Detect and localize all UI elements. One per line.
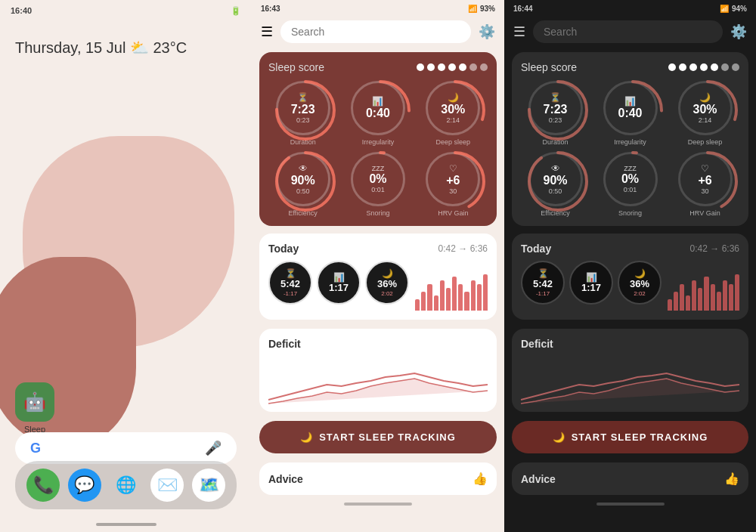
- bar-8: [458, 284, 463, 311]
- dark-deficit-card: Deficit: [512, 329, 748, 412]
- light-advice-card: Advice 👍: [259, 462, 497, 495]
- dark-today-dur-val: 5:42: [533, 279, 553, 289]
- light-metric-deep-sleep: 🌙 30% 2:14 Deep sleep: [419, 81, 488, 146]
- light-today-irreg-circle: 📊 1:17: [317, 261, 361, 305]
- dark-bar-9: [717, 292, 721, 311]
- dark-bar-7: [704, 277, 708, 311]
- light-metrics-grid: ⏳ 7:23 0:23 Duration 📊 0:40 Irregularity: [268, 81, 488, 217]
- light-nav-indicator: [344, 503, 412, 506]
- dark-today-irreg: 📊 1:17: [569, 261, 613, 305]
- bar-9: [464, 292, 469, 311]
- light-score-dots: [417, 63, 488, 71]
- dark-metric-deep-sleep: 🌙 30% 2:14 Deep sleep: [671, 81, 739, 146]
- bar-7: [452, 277, 457, 311]
- light-metric-snoring: ZZZ 0% 0:01 Snoring: [343, 152, 412, 217]
- google-mic[interactable]: 🎤: [205, 440, 222, 456]
- dark-today-deep: 🌙 36% 2:02: [618, 261, 662, 305]
- dark-today-deep-circle: 🌙 36% 2:02: [618, 261, 662, 305]
- dark-sleep-score-title: Sleep score: [521, 61, 577, 73]
- light-search-input[interactable]: [280, 20, 471, 43]
- dark-today-metrics: ⏳ 5:42 -1:17 📊 1:17 🌙 36% 2:02: [521, 261, 662, 305]
- light-today-dur-sub: -1:17: [284, 290, 297, 297]
- dark-today-irreg-val: 1:17: [581, 283, 601, 293]
- dark-score-dots: [668, 63, 739, 71]
- light-deficit-chart: [268, 354, 488, 407]
- google-logo: G: [30, 441, 41, 456]
- svg-point-0: [277, 82, 334, 139]
- dark-search-input[interactable]: [533, 20, 723, 43]
- svg-point-3: [277, 153, 334, 210]
- dark-settings-icon[interactable]: ⚙️: [730, 23, 747, 40]
- dark-menu-icon[interactable]: ☰: [513, 23, 525, 40]
- light-today-deep-circle: 🌙 36% 2:02: [365, 261, 409, 305]
- dot-3: [438, 63, 445, 71]
- light-deficit-title: Deficit: [268, 338, 488, 350]
- bar-11: [477, 284, 482, 311]
- svg-point-10: [604, 153, 662, 210]
- light-bar-chart: [415, 273, 488, 311]
- light-deficit-card: Deficit: [259, 329, 497, 412]
- svg-point-9: [529, 153, 587, 210]
- home-status-bar: 16:40 🔋: [0, 0, 252, 16]
- dark-bar-8: [711, 284, 715, 311]
- light-today-card: Today 0:42 → 6:36 ⏳ 5:42 -1:17 📊 1:17: [259, 234, 497, 320]
- dark-time: 16:44: [513, 5, 533, 13]
- dark-card-header: Sleep score: [521, 61, 739, 73]
- dark-sleep-score-card: Sleep score ⏳ 7:23 0:23: [512, 52, 748, 226]
- dark-thumbsup-icon[interactable]: 👍: [724, 472, 739, 486]
- light-tracking-button[interactable]: 🌙 START SLEEP TRACKING: [259, 421, 497, 453]
- light-metric-irregularity: 📊 0:40 Irregularity: [343, 81, 412, 146]
- google-search-bar[interactable]: G 🎤: [15, 432, 237, 464]
- light-time: 16:43: [261, 5, 280, 13]
- light-sleep-score-title: Sleep score: [268, 61, 324, 73]
- light-today-title: Today: [268, 243, 299, 255]
- bar-6: [446, 288, 451, 311]
- light-today-irreg-icon: 📊: [333, 272, 345, 283]
- sleep-app-icon[interactable]: 🤖 Sleep: [15, 382, 54, 434]
- light-today-deep-val: 36%: [377, 279, 397, 289]
- dot-5: [459, 63, 466, 71]
- light-today-time: 0:42 → 6:36: [438, 243, 488, 254]
- sleep-icon[interactable]: 🤖: [15, 382, 54, 422]
- dot-1: [417, 63, 424, 71]
- dark-today-dur-sub: -1:17: [536, 290, 550, 297]
- svg-point-5: [426, 153, 484, 210]
- dark-metric-snoring: ZZZ 0% 0:01 Snoring: [596, 152, 665, 217]
- dark-dot-2: [679, 63, 686, 71]
- dark-wifi-icon: 📶: [720, 5, 729, 13]
- bar-2: [421, 292, 426, 311]
- dark-metric-hrv: ♡ +6 30 HRV Gain: [671, 152, 739, 217]
- dark-status-bar: 16:44 📶 94%: [504, 0, 756, 14]
- light-metric-hrv: ♡ +6 30 HRV Gain: [419, 152, 488, 217]
- bar-5: [440, 280, 445, 311]
- dark-tracking-button[interactable]: 🌙 START SLEEP TRACKING: [512, 421, 748, 453]
- light-today-irreg: 📊 1:17: [317, 261, 361, 305]
- light-today-deep-icon: 🌙: [382, 268, 393, 279]
- dark-today-title: Today: [521, 243, 551, 255]
- svg-point-11: [679, 153, 736, 210]
- dark-today-irreg-icon: 📊: [586, 272, 597, 283]
- dock-maps[interactable]: 🗺️: [192, 469, 225, 502]
- dark-bar-12: [735, 274, 739, 311]
- dark-today-irreg-circle: 📊 1:17: [569, 261, 613, 305]
- dark-dot-7: [732, 63, 739, 71]
- light-app-header: ☰ ⚙️: [252, 14, 504, 49]
- dark-bar-6: [698, 288, 702, 311]
- dot-7: [480, 63, 488, 71]
- svg-point-2: [426, 82, 484, 139]
- light-settings-icon[interactable]: ⚙️: [479, 23, 495, 40]
- light-menu-icon[interactable]: ☰: [261, 23, 273, 40]
- light-thumbsup-icon[interactable]: 👍: [472, 472, 488, 486]
- dock-phone[interactable]: 📞: [26, 469, 60, 502]
- light-today-dur-icon: ⏳: [285, 268, 296, 279]
- svg-point-7: [604, 82, 662, 139]
- home-date: Thursday, 15 Jul ⛅ 23°C: [0, 16, 252, 64]
- dock-messages[interactable]: 💬: [68, 469, 101, 502]
- dock-chrome[interactable]: 🌐: [110, 469, 143, 502]
- home-bottom-indicator: [96, 523, 156, 526]
- light-sleep-score-card: Sleep score ⏳ 7:23 0:23: [259, 52, 497, 226]
- light-status-bar: 16:43 📶 93%: [252, 0, 504, 14]
- dot-4: [448, 63, 456, 71]
- dark-today-dur-circle: ⏳ 5:42 -1:17: [521, 261, 565, 305]
- dock-gmail[interactable]: ✉️: [150, 469, 184, 502]
